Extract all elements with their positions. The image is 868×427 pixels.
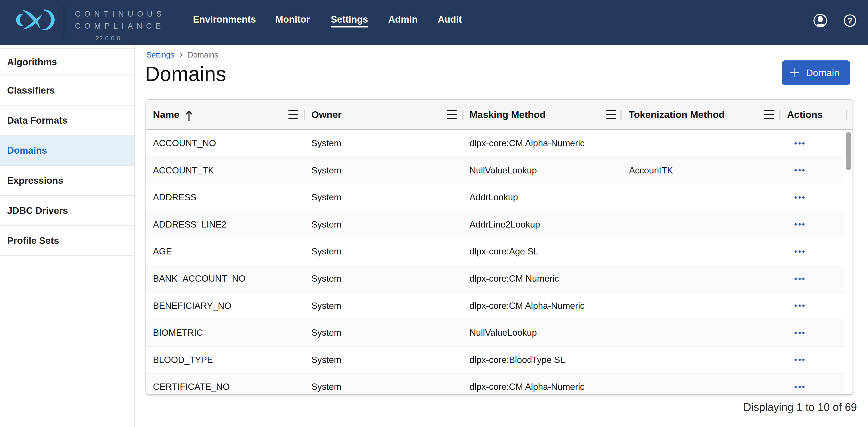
svg-text:?: ? — [847, 16, 852, 25]
